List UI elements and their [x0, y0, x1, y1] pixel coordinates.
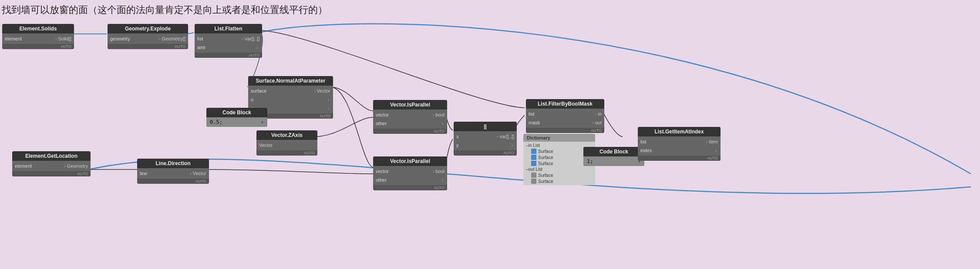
- node-line-direction-footer: AUTO: [137, 179, 209, 184]
- port-in: in: [598, 111, 602, 116]
- node-row: surface › Vector: [248, 86, 333, 95]
- node-element-solids: Element.Solids element › Solid[] AUTO: [2, 24, 74, 49]
- node-list-getitematindex-body: list › item index ›: [638, 136, 721, 156]
- node-or: || x › var[]..[] y › AUTO: [454, 122, 517, 156]
- port-other-1: other: [376, 121, 441, 126]
- node-code-block-1: Code Block 1; ›: [583, 147, 644, 166]
- port-amt: amt: [197, 45, 256, 50]
- node-geometry-explode-header: Geometry.Explode: [108, 24, 188, 33]
- node-row: mask › out: [526, 118, 604, 127]
- port-geometry-out: Geometry[]: [162, 36, 185, 41]
- port-vector: vector: [376, 112, 431, 117]
- node-element-getlocation-body: element › Geometry: [12, 161, 91, 171]
- dict-icon-blue-2: [531, 155, 536, 160]
- port-solid-value: Solid[]: [58, 36, 71, 41]
- node-list-flatten-body: list › var[]..[] amt ›: [195, 33, 262, 53]
- port-element: element: [5, 36, 54, 41]
- node-vector-zaxis-header: Vector.ZAxis: [256, 130, 317, 140]
- node-line-direction-header: Line.Direction: [137, 159, 209, 168]
- node-row: element › Solid[]: [2, 34, 74, 43]
- port-list-gii: list: [640, 139, 705, 144]
- node-row: list › var[]..[]: [195, 34, 262, 43]
- node-row: other ›: [373, 119, 447, 128]
- node-list-filterbyboolmask-footer: AUTO: [526, 128, 604, 133]
- node-row: list › item: [638, 137, 721, 146]
- node-geometry-explode-body: geometry › Geometry[]: [108, 33, 188, 44]
- node-list-getitematindex: List.GetItemAtIndex list › item index › …: [638, 127, 721, 161]
- dict-surface-3: Surface: [538, 161, 553, 166]
- node-row: element › Geometry: [12, 162, 91, 170]
- node-vector-zaxis: Vector.ZAxis Vector AUTO: [256, 130, 317, 156]
- node-element-solids-footer: AUTO: [2, 44, 74, 49]
- node-geometry-explode-footer: AUTO: [108, 44, 188, 49]
- node-vector-zaxis-footer: AUTO: [256, 150, 317, 156]
- node-vector-isparallel-1-header: Vector.IsParallel: [373, 100, 447, 110]
- node-row: list › in: [526, 110, 604, 118]
- dict-surface-4: Surface: [538, 173, 553, 178]
- port-index: index: [640, 148, 714, 153]
- node-row: other ›: [373, 176, 447, 184]
- dict-row-surface4: Surface: [526, 172, 593, 178]
- port-vector-out: Vector: [317, 88, 330, 93]
- node-element-solids-header: Element.Solids: [2, 24, 74, 33]
- port-bool-1: bool: [435, 112, 445, 117]
- node-element-getlocation-footer: AUTO: [12, 171, 91, 176]
- dict-row-surface1: Surface: [526, 148, 593, 154]
- node-list-getitematindex-footer: AUTO: [638, 156, 721, 161]
- node-code-block-05-body: 0.5; ›: [206, 117, 267, 127]
- port-geometry-in: geometry: [110, 36, 158, 41]
- node-vector-isparallel-1: Vector.IsParallel vector › bool other › …: [373, 100, 447, 134]
- node-row: x › var[]..[]: [454, 132, 517, 141]
- node-vector-isparallel-1-footer: AUTO: [373, 129, 447, 134]
- node-list-flatten-footer: AUTO: [195, 53, 262, 58]
- node-element-getlocation-header: Element.GetLocation: [12, 151, 91, 161]
- node-list-getitematindex-header: List.GetItemAtIndex: [638, 127, 721, 136]
- node-list-flatten: List.Flatten list › var[]..[] amt › AUTO: [195, 24, 262, 58]
- node-row: amt ›: [195, 43, 262, 52]
- dict-surface-2: Surface: [538, 155, 553, 160]
- dict-icon-blue: [531, 149, 536, 154]
- port-var-out: var[]..[]: [499, 134, 514, 139]
- dict-row-outlist: –out List: [526, 166, 593, 172]
- node-dictionary-header: Dictionary: [523, 134, 595, 142]
- page-title: 找到墙可以放窗的面（这个面的法向量肯定不是向上或者是和位置线平行的）: [2, 3, 327, 17]
- node-row: geometry › Geometry[]: [108, 34, 188, 43]
- dict-icon-gray-2: [531, 179, 536, 184]
- node-row: index ›: [638, 146, 721, 155]
- port-out: out: [595, 120, 602, 125]
- node-surface-normal-header: Surface.NormalAtParameter: [248, 76, 333, 86]
- node-vector-zaxis-body: Vector: [256, 140, 317, 150]
- port-mask: mask: [529, 120, 591, 125]
- node-line-direction-body: line › Vector: [137, 168, 209, 179]
- port-item: item: [709, 139, 718, 144]
- node-list-filterbyboolmask-header: List.FilterByBoolMask: [526, 99, 604, 109]
- node-row: vector › bool: [373, 110, 447, 119]
- port-geometry-gl: Geometry: [67, 163, 88, 169]
- dict-surface-5: Surface: [538, 179, 553, 184]
- dict-row-surface2: Surface: [526, 154, 593, 160]
- node-code-block-05: Code Block 0.5; ›: [206, 108, 267, 127]
- dict-row-inlist: –in List: [526, 143, 593, 148]
- node-or-body: x › var[]..[] y ›: [454, 131, 517, 150]
- node-element-solids-body: element › Solid[]: [2, 33, 74, 44]
- node-code-block-1-header: Code Block: [583, 147, 644, 156]
- port-element-gl: element: [15, 163, 63, 169]
- node-row: y ›: [454, 141, 517, 149]
- dict-row-surface5: Surface: [526, 178, 593, 184]
- node-vector-isparallel-2: Vector.IsParallel vector › bool other › …: [373, 156, 447, 190]
- node-row: vector › bool: [373, 167, 447, 176]
- node-vector-isparallel-2-header: Vector.IsParallel: [373, 156, 447, 166]
- port-vector-ld: Vector: [193, 171, 206, 176]
- node-geometry-explode: Geometry.Explode geometry › Geometry[] A…: [108, 24, 188, 49]
- node-or-footer: AUTO: [454, 150, 517, 156]
- port-bool-2: bool: [435, 169, 445, 174]
- dict-in-list-label: –in List: [526, 143, 540, 148]
- node-row: line › Vector: [137, 169, 209, 178]
- node-list-filterbyboolmask-body: list › in mask › out: [526, 109, 604, 128]
- node-row: u ›: [248, 95, 333, 104]
- port-u: u: [251, 97, 327, 102]
- node-row: Vector: [256, 141, 317, 149]
- dict-surface-1: Surface: [538, 149, 553, 154]
- node-element-getlocation: Element.GetLocation element › Geometry A…: [12, 151, 91, 176]
- node-list-filterbyboolmask: List.FilterByBoolMask list › in mask › o…: [526, 99, 604, 133]
